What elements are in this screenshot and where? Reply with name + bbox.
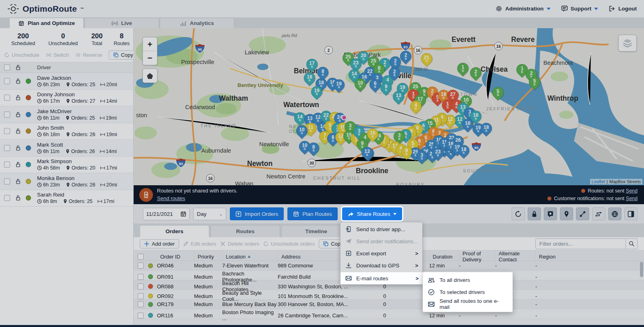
header-item-logout[interactable]: Logout bbox=[609, 5, 637, 12]
map-pin[interactable]: 19S bbox=[331, 77, 347, 93]
column-header[interactable]: Region bbox=[535, 250, 644, 263]
order-checkbox[interactable] bbox=[138, 301, 144, 307]
column-header[interactable]: Order ID bbox=[157, 250, 194, 263]
map-pin[interactable]: 21S bbox=[419, 51, 435, 67]
pin-star-button[interactable] bbox=[544, 207, 557, 220]
map-pin[interactable]: 13S bbox=[359, 145, 375, 161]
select-all-orders-checkbox[interactable] bbox=[138, 254, 144, 260]
column-header[interactable]: Alternate Contact bbox=[495, 250, 535, 263]
order-row[interactable]: OR179MediumBlue Mercury Back Bay300 Hano… bbox=[134, 300, 644, 309]
column-header[interactable]: Duration bbox=[429, 250, 459, 263]
map-pin[interactable]: 2S bbox=[386, 65, 402, 81]
driver-checkbox[interactable] bbox=[4, 195, 10, 201]
route-stops-button[interactable] bbox=[576, 207, 589, 220]
calendar-icon[interactable] bbox=[180, 211, 186, 217]
map-pin[interactable]: 9S bbox=[378, 80, 394, 96]
order-checkbox[interactable] bbox=[138, 293, 144, 299]
driver-row[interactable]: John Smith6h 18mOrders: 2619mi bbox=[0, 123, 133, 140]
map-pin[interactable]: 4S bbox=[408, 98, 424, 114]
import-orders-button[interactable]: Import Orders bbox=[230, 207, 284, 220]
send-link[interactable]: Send bbox=[626, 196, 638, 201]
order-checkbox[interactable] bbox=[138, 313, 144, 319]
driver-row[interactable]: Mark Simpson4h 58mOrders: 2017mi bbox=[0, 157, 133, 174]
driver-checkbox[interactable] bbox=[4, 95, 10, 101]
leaflet-link[interactable]: Leaflet bbox=[592, 179, 605, 184]
zoom-out-button[interactable]: − bbox=[143, 51, 157, 65]
column-header[interactable]: Priority bbox=[194, 250, 222, 263]
submenu-item-to-selected-drivers[interactable]: To selected drivers bbox=[423, 286, 512, 298]
table-scrollbar[interactable] bbox=[640, 262, 643, 326]
driver-row[interactable]: Dave Jackson6h 23mOrders: 2520mi bbox=[0, 73, 133, 90]
order-row[interactable]: OR092MediumBeauty and Style Cooli...101 … bbox=[134, 290, 644, 300]
map-pin[interactable]: 3S bbox=[414, 148, 430, 164]
tab-analytics[interactable]: Analytics bbox=[160, 18, 234, 28]
select-all-drivers-checkbox[interactable] bbox=[4, 64, 10, 70]
column-header[interactable]: Location bbox=[222, 250, 278, 263]
map-pin[interactable]: 2S bbox=[468, 65, 484, 81]
route-path-button[interactable] bbox=[592, 207, 605, 220]
map-pin[interactable]: 10S bbox=[352, 76, 368, 92]
filter-search-button[interactable] bbox=[626, 238, 638, 249]
pin-button[interactable] bbox=[560, 207, 573, 220]
map-pin[interactable]: 2S bbox=[398, 48, 414, 64]
map-pin[interactable]: 19S bbox=[309, 84, 325, 100]
submenu-item-to-all-drivers[interactable]: To all drivers bbox=[423, 274, 512, 286]
driver-checkbox[interactable] bbox=[4, 145, 10, 151]
order-checkbox[interactable] bbox=[138, 284, 144, 290]
map-pin[interactable]: 1S bbox=[455, 60, 471, 77]
driver-checkbox[interactable] bbox=[4, 78, 10, 84]
zoom-in-button[interactable]: + bbox=[143, 37, 157, 51]
filter-orders-input[interactable] bbox=[535, 238, 626, 249]
order-checkbox[interactable] bbox=[138, 274, 144, 280]
send-routes-link[interactable]: Send routes bbox=[157, 195, 185, 201]
date-picker[interactable] bbox=[143, 208, 190, 220]
map-pin[interactable]: 5S bbox=[526, 74, 543, 90]
globe-button[interactable] bbox=[608, 207, 621, 220]
map-pin[interactable]: 8S bbox=[305, 140, 322, 156]
column-header[interactable]: Proof of Delivery bbox=[459, 250, 495, 263]
map-layers-button[interactable] bbox=[618, 35, 637, 52]
plan-routes-button[interactable]: Plan Routes bbox=[287, 207, 338, 220]
share-routes-button[interactable]: Share Routes bbox=[342, 207, 402, 220]
menu-item-email-routes[interactable]: E-mail routes> bbox=[341, 272, 423, 284]
order-row[interactable]: OR116MediumBoston Photo Imaging ...26 Ca… bbox=[134, 309, 644, 319]
header-item-support[interactable]: Support bbox=[561, 5, 599, 12]
driver-checkbox[interactable] bbox=[4, 128, 10, 134]
map-pin[interactable]: 18S bbox=[478, 120, 494, 137]
add-order-button[interactable]: Add order bbox=[140, 239, 179, 248]
driver-checkbox[interactable] bbox=[4, 161, 10, 168]
map-pin[interactable]: 18S bbox=[456, 143, 472, 159]
send-link[interactable]: Send bbox=[626, 188, 638, 194]
map-pin[interactable]: 15S bbox=[365, 126, 381, 142]
orders-tab-orders[interactable]: Orders bbox=[140, 225, 209, 237]
map[interactable]: pelo RdLakeviewEastview ParkProspectvill… bbox=[134, 28, 644, 185]
driver-row[interactable]: Sarah Reid6h 8mOrders: 2517mi bbox=[0, 190, 133, 207]
menu-item-excel-export[interactable]: Excel export> bbox=[341, 247, 422, 259]
map-pin[interactable]: 8S bbox=[315, 64, 331, 81]
driver-row[interactable]: Jake McDriver6h 11mOrders: 2519mi bbox=[0, 106, 133, 123]
order-checkbox[interactable] bbox=[138, 263, 144, 269]
polygon-select-button[interactable] bbox=[142, 68, 157, 83]
date-input[interactable] bbox=[146, 211, 178, 217]
period-select[interactable]: Day ⌄ bbox=[193, 208, 226, 220]
driver-checkbox[interactable] bbox=[4, 112, 10, 118]
panel-button[interactable] bbox=[624, 207, 638, 220]
submenu-item-send-all-routes-to-one-e-mail[interactable]: Send all routes to one e-mail bbox=[423, 298, 512, 310]
menu-item-send-to-driver-app[interactable]: Send to driver app... bbox=[341, 223, 422, 235]
driver-checkbox[interactable] bbox=[4, 178, 10, 184]
driver-row[interactable]: Donny Johnson6h 17mOrders: 2714mi bbox=[0, 90, 133, 107]
map-pin[interactable]: 16S bbox=[460, 116, 476, 132]
header-item-administration[interactable]: Administration bbox=[495, 5, 550, 12]
map-depot-marker[interactable] bbox=[341, 115, 347, 120]
menu-item-download-to-gps[interactable]: Download to GPS> bbox=[341, 259, 422, 271]
map-pin[interactable]: 10S bbox=[294, 123, 310, 139]
tab-plan-and-optimize[interactable]: Plan and Optimize bbox=[9, 18, 84, 28]
map-pin[interactable]: 5S bbox=[490, 85, 506, 101]
map-pin[interactable]: 23S bbox=[430, 145, 446, 161]
driver-row[interactable]: Monika Benson6h 23mOrders: 2620mi bbox=[0, 173, 133, 190]
driver-row[interactable]: Mark Scott6h 11mOrders: 2614mi bbox=[0, 140, 133, 157]
tab-live[interactable]: Live bbox=[85, 18, 159, 28]
map-pin[interactable]: 13S bbox=[390, 89, 407, 105]
lock-button[interactable] bbox=[528, 207, 541, 220]
map-pin[interactable]: 9S bbox=[398, 144, 415, 160]
